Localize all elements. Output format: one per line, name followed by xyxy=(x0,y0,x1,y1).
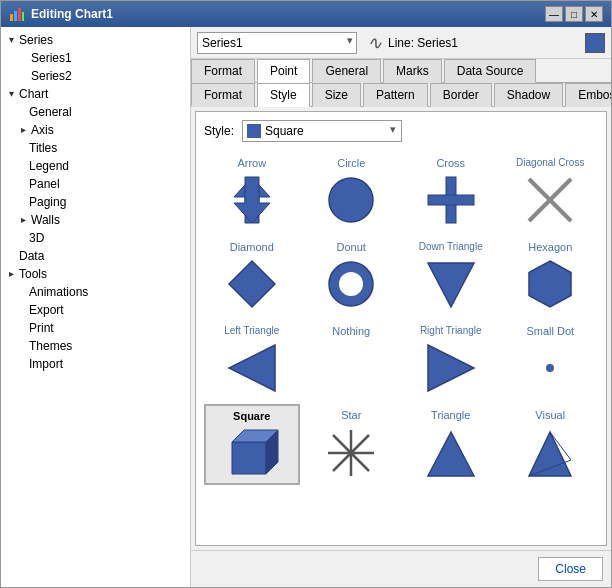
style-dropdown-wrapper: Square xyxy=(242,120,402,142)
triangle-icon xyxy=(421,425,481,480)
walls-toggle[interactable]: ▸ xyxy=(17,214,29,226)
tools-toggle[interactable]: ▸ xyxy=(5,268,17,280)
shape-square[interactable]: Square xyxy=(204,404,300,485)
series-dropdown[interactable]: Series1 Series2 xyxy=(197,32,357,54)
main-window: Editing Chart1 — □ ✕ ▾ Series Series1 Se… xyxy=(0,0,612,588)
style-color-box xyxy=(247,124,261,138)
maximize-button[interactable]: □ xyxy=(565,6,583,22)
svg-marker-27 xyxy=(529,432,571,476)
tree-item-export[interactable]: Export xyxy=(1,301,190,319)
tree-item-3d[interactable]: 3D xyxy=(1,229,190,247)
tree-item-series[interactable]: ▾ Series xyxy=(1,31,190,49)
svg-rect-8 xyxy=(428,195,474,205)
nothing-icon xyxy=(321,340,381,395)
tree-panel: ▾ Series Series1 Series2 ▾ Chart General… xyxy=(1,27,191,587)
tree-item-print[interactable]: Print xyxy=(1,319,190,337)
visual-icon xyxy=(520,425,580,480)
style-label: Style: xyxy=(204,124,234,138)
series-bar: Series1 Series2 ∿ Line: Series1 xyxy=(191,27,611,59)
tab-marks[interactable]: Marks xyxy=(383,59,442,83)
circle-icon xyxy=(321,172,381,227)
shape-circle[interactable]: Circle xyxy=(304,152,400,232)
tree-item-panel[interactable]: Panel xyxy=(1,175,190,193)
settings-area: Style: Square Arrow xyxy=(195,111,607,546)
square-label: Square xyxy=(233,410,270,422)
down-triangle-icon xyxy=(421,256,481,311)
tab-emboss[interactable]: Emboss xyxy=(565,83,611,107)
tab-style[interactable]: Style xyxy=(257,83,310,107)
minimize-button[interactable]: — xyxy=(545,6,563,22)
svg-rect-0 xyxy=(10,14,13,21)
shape-cross[interactable]: Cross xyxy=(403,152,499,232)
style-dropdown[interactable]: Square xyxy=(242,120,402,142)
tab-general[interactable]: General xyxy=(312,59,381,83)
window-title: Editing Chart1 xyxy=(31,7,113,21)
tab-point[interactable]: Point xyxy=(257,59,310,83)
line-wave-icon: ∿ xyxy=(367,32,382,54)
axis-toggle[interactable]: ▸ xyxy=(17,124,29,136)
small-dot-icon xyxy=(520,340,580,395)
svg-marker-17 xyxy=(428,345,474,391)
square-icon xyxy=(222,424,282,479)
tree-item-themes[interactable]: Themes xyxy=(1,337,190,355)
arrow-icon xyxy=(222,172,282,227)
chart-toggle[interactable]: ▾ xyxy=(5,88,17,100)
tabs-row2: Format Style Size Pattern Border Shadow … xyxy=(191,83,611,107)
tab-pattern[interactable]: Pattern xyxy=(363,83,428,107)
series-color-swatch[interactable] xyxy=(585,33,605,53)
close-window-button[interactable]: ✕ xyxy=(585,6,603,22)
tree-item-import[interactable]: Import xyxy=(1,355,190,373)
svg-rect-1 xyxy=(14,11,17,21)
svg-marker-11 xyxy=(229,261,275,307)
tree-item-tools[interactable]: ▸ Tools xyxy=(1,265,190,283)
shape-diamond[interactable]: Diamond xyxy=(204,236,300,316)
svg-marker-5 xyxy=(234,177,270,223)
shape-donut[interactable]: Donut xyxy=(304,236,400,316)
shape-nothing[interactable]: Nothing xyxy=(304,320,400,400)
tree-item-titles[interactable]: Titles xyxy=(1,139,190,157)
tree-item-paging[interactable]: Paging xyxy=(1,193,190,211)
shape-star[interactable]: Star xyxy=(304,404,400,485)
shape-small-dot[interactable]: Small Dot xyxy=(503,320,599,400)
tab-format2[interactable]: Format xyxy=(191,83,255,107)
svg-marker-16 xyxy=(229,345,275,391)
shape-diagonal-cross[interactable]: Diagonal Cross xyxy=(503,152,599,232)
shape-visual[interactable]: Visual xyxy=(503,404,599,485)
cross-icon xyxy=(421,172,481,227)
tree-item-general[interactable]: General xyxy=(1,103,190,121)
tree-item-legend[interactable]: Legend xyxy=(1,157,190,175)
tree-item-animations[interactable]: Animations xyxy=(1,283,190,301)
window-controls: — □ ✕ xyxy=(545,6,603,22)
shape-hexagon[interactable]: Hexagon xyxy=(503,236,599,316)
svg-rect-3 xyxy=(22,12,24,21)
shape-down-triangle[interactable]: Down Triangle xyxy=(403,236,499,316)
tree-item-series2[interactable]: Series2 xyxy=(1,67,190,85)
shape-left-triangle[interactable]: Left Triangle xyxy=(204,320,300,400)
tree-item-data[interactable]: Data xyxy=(1,247,190,265)
tree-item-series1[interactable]: Series1 xyxy=(1,49,190,67)
svg-point-13 xyxy=(339,272,363,296)
left-triangle-icon xyxy=(222,340,282,395)
tab-border[interactable]: Border xyxy=(430,83,492,107)
tree-item-axis[interactable]: ▸ Axis xyxy=(1,121,190,139)
svg-marker-19 xyxy=(232,442,266,474)
right-panel: Series1 Series2 ∿ Line: Series1 Format P… xyxy=(191,27,611,587)
tabs-row1: Format Point General Marks Data Source xyxy=(191,59,611,83)
style-row: Style: Square xyxy=(204,120,598,142)
line-info: ∿ Line: Series1 xyxy=(367,32,458,54)
tree-item-walls[interactable]: ▸ Walls xyxy=(1,211,190,229)
shape-right-triangle[interactable]: Right Triangle xyxy=(403,320,499,400)
donut-icon xyxy=(321,256,381,311)
shape-triangle[interactable]: Triangle xyxy=(403,404,499,485)
tab-shadow[interactable]: Shadow xyxy=(494,83,563,107)
tree-item-chart[interactable]: ▾ Chart xyxy=(1,85,190,103)
series-toggle[interactable]: ▾ xyxy=(5,34,17,46)
svg-point-18 xyxy=(546,364,554,372)
tab-format[interactable]: Format xyxy=(191,59,255,83)
tab-size[interactable]: Size xyxy=(312,83,361,107)
close-button[interactable]: Close xyxy=(538,557,603,581)
title-bar: Editing Chart1 — □ ✕ xyxy=(1,1,611,27)
tab-data-source[interactable]: Data Source xyxy=(444,59,537,83)
shape-arrow[interactable]: Arrow xyxy=(204,152,300,232)
line-series-label: Line: Series1 xyxy=(388,36,458,50)
